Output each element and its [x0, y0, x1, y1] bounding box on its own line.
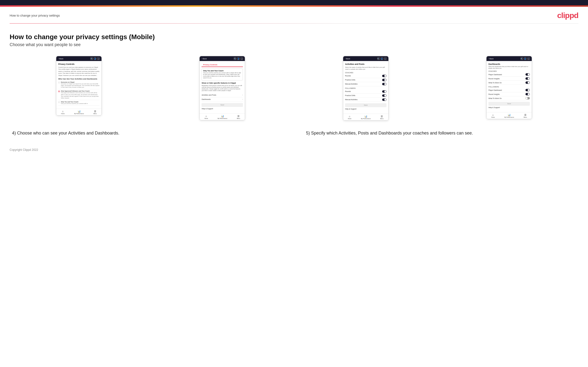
screen1: ‹ Back 🔍 👤 ⚙ Privacy Controls Control ho… — [56, 56, 102, 116]
nav-home-label-4: Home — [491, 117, 495, 118]
nav-menu-2[interactable]: ☰ Menu — [237, 115, 240, 119]
captions-row: 4) Choose who can see your Activities an… — [10, 128, 578, 136]
screen3-back[interactable]: ‹ Back — [345, 58, 350, 60]
search-icon4[interactable]: 🔍 — [521, 57, 523, 60]
coaches-rounds-label: Rounds — [345, 75, 351, 77]
coaches-rounds-row: Rounds — [345, 74, 387, 78]
home-icon-4: ⌂ — [492, 114, 494, 116]
screen2-wrapper: ‹ Back 🔍 👤 ⚙ Privacy Controls Only You a… — [153, 56, 292, 121]
tab-privacy-controls[interactable]: Privacy Controls — [201, 63, 219, 67]
nav-menu-3[interactable]: ☰ Menu — [380, 115, 384, 119]
screen4-topbar: ‹ Back 🔍 👤 ⚙ — [486, 56, 532, 61]
option-coach-only[interactable]: Only You and Your Coach Only you and the… — [58, 100, 100, 106]
nav-home-3[interactable]: ⌂ Home — [348, 115, 351, 119]
screen3-title: Activities and Posts — [345, 63, 387, 65]
logo: clippd — [557, 11, 578, 20]
person-icon2[interactable]: 👤 — [237, 57, 240, 60]
caption-right: 5) Specify which Activities, Posts and D… — [296, 128, 579, 136]
nav-performance-3[interactable]: 📊 My Performance — [361, 115, 371, 119]
followers-label-4: FOLLOWERS — [488, 86, 530, 88]
search-icon2[interactable]: 🔍 — [234, 57, 236, 60]
coaches-manual-row: Manual Activities — [345, 82, 387, 86]
screen4-content: Dashboards Select the dashboards that yo… — [486, 61, 532, 111]
screen1-subsection: Who Can See Your Activities and Dashboar… — [58, 78, 100, 80]
settings-icon2[interactable]: ⚙ — [241, 57, 243, 60]
screen4-back[interactable]: ‹ Back — [488, 58, 493, 60]
followers-round-insights-label: Round Insights — [488, 93, 500, 95]
person-icon[interactable]: 👤 — [94, 57, 96, 60]
coaches-label-3: COACHES — [345, 72, 387, 74]
option-followers[interactable]: Only Approved Followers and Your Coach O… — [58, 89, 100, 100]
coaches-round-insights-toggle[interactable] — [526, 77, 530, 80]
nav-menu-label-4: Menu — [524, 117, 527, 118]
nav-performance-label-2: My Performance — [218, 118, 227, 119]
followers-player-dash-row: Player Dashboard — [488, 88, 530, 92]
radio-everyone[interactable] — [58, 82, 60, 83]
screen2-bottom-nav: ⌂ Home 📊 My Performance ☰ Menu — [200, 113, 245, 120]
followers-drills-toggle[interactable] — [382, 94, 387, 97]
help-row-4: Help & Support — [488, 105, 530, 109]
home-icon: ⌂ — [62, 110, 63, 113]
screen2-topbar: ‹ Back 🔍 👤 ⚙ — [200, 56, 245, 61]
menu-dashboards[interactable]: Dashboards › — [201, 97, 243, 102]
followers-player-dash-label: Player Dashboard — [488, 89, 502, 91]
person-icon3[interactable]: 👤 — [381, 57, 383, 60]
screen3: ‹ Back 🔍 👤 ⚙ Activities and Posts Select… — [343, 56, 389, 121]
settings-icon4[interactable]: ⚙ — [527, 57, 530, 60]
screen3-topbar: ‹ Back 🔍 👤 ⚙ — [343, 56, 388, 61]
followers-what-to-work-toggle[interactable] — [526, 97, 530, 100]
nav-menu-4[interactable]: ☰ Menu — [524, 114, 527, 118]
main-content: How to change your privacy settings (Mob… — [0, 24, 588, 141]
top-bar-gradient — [0, 5, 588, 7]
followers-rounds-toggle[interactable] — [382, 90, 387, 93]
radio-coach-only[interactable] — [58, 101, 60, 103]
followers-round-insights-toggle[interactable] — [526, 93, 530, 95]
menu-activities[interactable]: Activities and Posts › — [201, 93, 243, 97]
coaches-player-dash-label: Player Dashboard — [488, 74, 502, 75]
nav-home[interactable]: ⌂ Home — [61, 110, 65, 114]
nav-menu[interactable]: ☰ Menu — [93, 110, 97, 114]
screen2-icons: 🔍 👤 ⚙ — [234, 57, 243, 60]
person-icon4[interactable]: 👤 — [524, 57, 527, 60]
nav-home-2[interactable]: ⌂ Home — [204, 115, 208, 119]
nav-menu-label-3: Menu — [380, 118, 384, 119]
info-box-title: Only You and Your Coach — [203, 70, 242, 72]
coaches-drills-toggle[interactable] — [382, 79, 387, 81]
nav-home-label-2: Home — [204, 118, 208, 119]
search-icon[interactable]: 🔍 — [90, 57, 93, 60]
save-button-3[interactable]: Save — [345, 103, 387, 107]
coaches-manual-label: Manual Activities — [345, 83, 358, 85]
nav-performance-2[interactable]: 📊 My Performance — [218, 115, 227, 119]
coaches-what-to-work-row: What To Work On — [488, 81, 530, 85]
screen2-back[interactable]: ‹ Back — [201, 58, 207, 60]
screen1-back[interactable]: ‹ Back — [58, 58, 63, 60]
option-coach-only-desc: Only you and the coaches you connect wit… — [61, 103, 88, 104]
option-everyone[interactable]: Everyone on Clippd Everyone on Clippd ca… — [58, 80, 100, 89]
followers-rounds-row: Rounds — [345, 90, 387, 94]
settings-icon3[interactable]: ⚙ — [384, 57, 387, 60]
nav-performance-4[interactable]: 📊 My Performance — [504, 114, 514, 118]
nav-performance-label: My Performance — [74, 113, 84, 114]
save-button-4[interactable]: Save — [488, 102, 530, 105]
nav-performance-label-3: My Performance — [361, 118, 371, 119]
coaches-player-dash-toggle[interactable] — [526, 73, 530, 76]
breadcrumb: How to change your privacy settings — [10, 14, 60, 17]
coaches-what-to-work-toggle[interactable] — [526, 81, 530, 84]
nav-home-4[interactable]: ⌂ Home — [491, 114, 495, 118]
radio-followers[interactable] — [58, 91, 60, 92]
settings-icon[interactable]: ⚙ — [97, 57, 100, 60]
followers-manual-toggle[interactable] — [382, 99, 387, 101]
followers-what-to-work-label: What To Work On — [488, 98, 502, 99]
followers-player-dash-toggle[interactable] — [526, 89, 530, 91]
page-title: How to change your privacy settings (Mob… — [10, 33, 578, 41]
coaches-rounds-toggle[interactable] — [382, 75, 387, 77]
coaches-manual-toggle[interactable] — [382, 83, 387, 85]
followers-manual-label: Manual Activities — [345, 99, 358, 100]
menu-activities-label: Activities and Posts — [201, 94, 216, 96]
menu-icon-3: ☰ — [381, 115, 383, 118]
save-button-2[interactable]: Save — [201, 103, 243, 107]
nav-performance[interactable]: 📊 My Performance — [74, 110, 84, 114]
screen1-title: Privacy Controls — [58, 63, 100, 65]
search-icon3[interactable]: 🔍 — [377, 57, 380, 60]
help-row-2: Help & Support — [201, 107, 243, 110]
